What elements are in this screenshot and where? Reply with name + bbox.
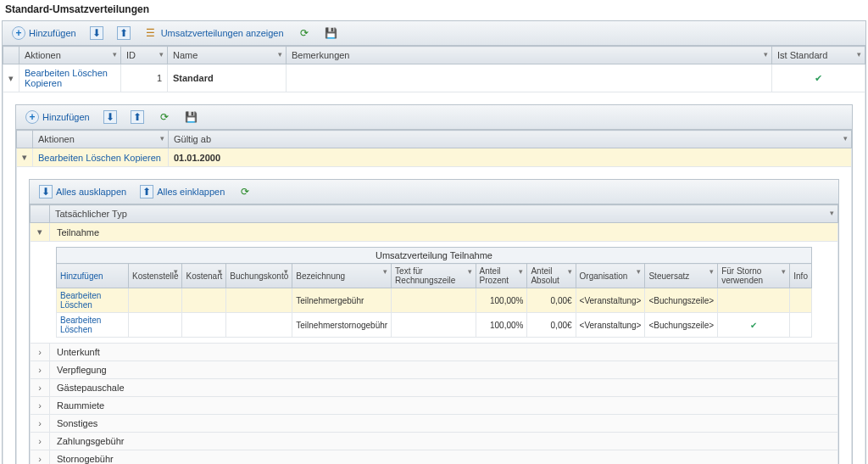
col-buchungskonto[interactable]: Buchungskonto <box>226 264 292 288</box>
col-prozent[interactable]: Anteil Prozent <box>476 264 527 288</box>
category-row: ›Raummiete <box>31 397 838 415</box>
expand-toggle[interactable]: ▾ <box>3 64 19 92</box>
category-name: Gästepauschale <box>50 379 838 397</box>
cell-org: <Veranstaltung> <box>576 313 645 338</box>
expand-toggle[interactable]: › <box>31 450 50 465</box>
cell-text <box>392 288 476 313</box>
add-button[interactable]: + Hinzufügen <box>8 25 81 42</box>
arrow-down-icon: ⬇ <box>90 26 103 40</box>
inner-toolbar: + Hinzufügen ⬇ ⬆ ⟳ 💾 <box>16 105 852 130</box>
category-row: ›Stornogebühr <box>31 450 838 465</box>
col-bezeichnung[interactable]: Bezeichnung <box>292 264 392 288</box>
refresh-icon: ⟳ <box>298 26 311 40</box>
inner-refresh-button[interactable]: ⟳ <box>153 109 175 126</box>
edit-link[interactable]: Bearbeiten <box>60 316 101 325</box>
dist-row-actions: Bearbeiten Löschen <box>57 313 129 338</box>
add-link[interactable]: Hinzufügen <box>60 271 103 281</box>
col-type[interactable]: Tatsächlicher Typ <box>50 205 838 223</box>
plus-icon: + <box>12 26 25 40</box>
col-valid-from[interactable]: Gültig ab <box>169 131 852 148</box>
col-storno[interactable]: Für Storno verwenden <box>718 264 790 288</box>
copy-link[interactable]: Kopieren <box>25 78 62 88</box>
col-steuersatz[interactable]: Steuersatz <box>645 264 718 288</box>
col-remarks[interactable]: Bemerkungen <box>287 47 772 64</box>
arrow-up-icon: ⬆ <box>131 110 144 124</box>
expand-toggle[interactable]: ▾ <box>31 223 50 242</box>
distribution-grid: HinzufügenKostenstelleKostenartBuchungsk… <box>56 263 812 338</box>
category-row: ›Verpflegung <box>31 361 838 379</box>
col-kostenart[interactable]: Kostenart <box>182 264 226 288</box>
col-organisation[interactable]: Organisation <box>576 264 645 288</box>
show-distributions-label: Umsatzverteilungen anzeigen <box>161 28 284 38</box>
inner-grid: Aktionen Gültig ab ▾ Bearbeiten Löschen … <box>16 130 852 464</box>
inner-save-button[interactable]: 💾 <box>181 109 203 126</box>
main-toolbar: + Hinzufügen ⬇ ⬆ ☰ Umsatzverteilungen an… <box>3 21 865 46</box>
expand-toggle[interactable]: › <box>31 415 50 433</box>
add-label: Hinzufügen <box>29 28 76 38</box>
expand-toolbar: ⬇ Alles ausklappen ⬆ Alles einklappen ⟳ <box>30 180 838 204</box>
delete-link[interactable]: Löschen <box>72 68 108 78</box>
col-kostenstelle[interactable]: Kostenstelle <box>129 264 182 288</box>
col-absolut[interactable]: Anteil Absolut <box>527 264 576 288</box>
delete-link[interactable]: Löschen <box>86 153 121 163</box>
col-inner-actions[interactable]: Aktionen <box>33 131 169 148</box>
cell-kostenstelle <box>129 288 182 313</box>
cell-name: Standard <box>168 64 287 92</box>
inner-import-button[interactable]: ⬇ <box>99 109 121 126</box>
plus-icon: + <box>25 110 39 124</box>
type-grid: Tatsächlicher Typ ▾TeilnahmeUmsatzvertei… <box>30 204 838 464</box>
expand-icon: ⬇ <box>39 185 53 198</box>
cell-bezeichnung: Teilnehmergebühr <box>292 288 392 313</box>
type-section: ⬇ Alles ausklappen ⬆ Alles einklappen ⟳ <box>29 179 839 464</box>
inner-row-actions: Bearbeiten Löschen Kopieren <box>33 148 169 167</box>
category-name: Unterkunft <box>50 344 838 361</box>
cell-info <box>790 288 812 313</box>
cell-prozent: 100,00% <box>476 313 527 338</box>
cell-valid-from: 01.01.2000 <box>169 148 852 167</box>
category-name: Sonstiges <box>50 415 838 433</box>
save-icon: 💾 <box>185 110 198 124</box>
col-name[interactable]: Name <box>168 47 287 64</box>
expand-toggle[interactable]: › <box>31 344 50 361</box>
inner-export-button[interactable]: ⬆ <box>126 109 148 126</box>
expand-toggle[interactable]: ▾ <box>17 148 33 167</box>
col-info[interactable]: Info <box>790 264 812 288</box>
expand-toggle[interactable]: › <box>31 379 50 397</box>
tree-icon: ☰ <box>144 26 158 40</box>
cell-org: <Veranstaltung> <box>576 288 645 313</box>
inner-add-button[interactable]: + Hinzufügen <box>21 109 94 126</box>
collapse-all-button[interactable]: ⬆ Alles einklappen <box>136 183 229 200</box>
edit-link[interactable]: Bearbeiten <box>38 153 83 163</box>
copy-link[interactable]: Kopieren <box>124 153 161 163</box>
col-is-standard[interactable]: Ist Standard <box>772 47 865 64</box>
col-text[interactable]: Text für Rechnungszeile <box>392 264 476 288</box>
expand-all-button[interactable]: ⬇ Alles ausklappen <box>35 183 131 200</box>
cell-steuer: <Buchungszeile> <box>645 313 718 338</box>
category-name: Verpflegung <box>50 361 838 379</box>
col-actions[interactable]: Aktionen <box>19 47 121 64</box>
show-distributions-button[interactable]: ☰ Umsatzverteilungen anzeigen <box>140 25 288 42</box>
cell-kostenart <box>182 313 226 338</box>
save-button[interactable]: 💾 <box>320 25 342 42</box>
category-name: Raummiete <box>50 397 838 415</box>
edit-link[interactable]: Bearbeiten <box>60 291 101 300</box>
expand-toggle[interactable]: › <box>31 433 50 450</box>
category-name: Stornogebühr <box>50 450 838 465</box>
cell-prozent: 100,00% <box>476 288 527 313</box>
type-refresh-button[interactable]: ⟳ <box>234 183 256 200</box>
row-actions: Bearbeiten Löschen Kopieren <box>19 64 121 92</box>
inner-add-label: Hinzufügen <box>42 112 90 122</box>
refresh-icon: ⟳ <box>158 110 171 124</box>
col-id[interactable]: ID <box>121 47 168 64</box>
main-grid: Aktionen ID Name Bemerkungen Ist Standar… <box>3 46 865 464</box>
expand-toggle[interactable]: › <box>31 361 50 379</box>
refresh-button[interactable]: ⟳ <box>293 25 315 42</box>
delete-link[interactable]: Löschen <box>60 300 92 310</box>
export-button[interactable]: ⬆ <box>113 25 135 42</box>
import-button[interactable]: ⬇ <box>86 25 108 42</box>
delete-link[interactable]: Löschen <box>60 325 92 334</box>
edit-link[interactable]: Bearbeiten <box>25 68 70 78</box>
cell-info <box>790 313 812 338</box>
cell-absolut: 0,00€ <box>527 313 576 338</box>
expand-toggle[interactable]: › <box>31 397 50 415</box>
